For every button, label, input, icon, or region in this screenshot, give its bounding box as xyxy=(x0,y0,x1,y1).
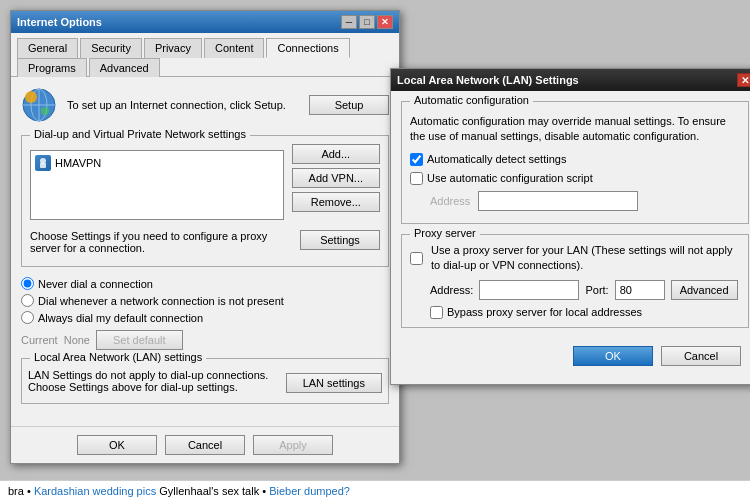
globe-icon xyxy=(21,87,57,123)
apply-button[interactable]: Apply xyxy=(253,435,333,455)
lan-close-button[interactable]: ✕ xyxy=(737,73,750,87)
lan-ok-button[interactable]: OK xyxy=(573,346,653,366)
auto-detect-row: Automatically detect settings xyxy=(410,153,740,166)
setup-row: To set up an Internet connection, click … xyxy=(21,87,389,123)
proxy-port-label: Port: xyxy=(585,284,608,296)
svg-point-4 xyxy=(25,91,37,103)
auto-config-group: Automatic configuration Automatic config… xyxy=(401,101,749,224)
auto-script-checkbox[interactable] xyxy=(410,172,423,185)
lan-text: LAN Settings do not apply to dial-up con… xyxy=(28,369,278,393)
vpn-entry-label: HMAVPN xyxy=(55,157,101,169)
auto-script-row: Use automatic configuration script xyxy=(410,172,740,185)
radio-never-dial-label: Never dial a connection xyxy=(38,278,153,290)
title-bar-controls: ─ □ ✕ xyxy=(341,15,393,29)
remove-button[interactable]: Remove... xyxy=(292,192,380,212)
settings-button[interactable]: Settings xyxy=(300,230,380,250)
lan-footer: OK Cancel xyxy=(401,338,749,374)
vpn-list[interactable]: HMAVPN xyxy=(30,150,284,220)
proxy-checkbox[interactable] xyxy=(410,252,423,265)
radio-never-dial: Never dial a connection xyxy=(21,277,389,290)
setup-text: To set up an Internet connection, click … xyxy=(67,99,299,111)
tab-privacy[interactable]: Privacy xyxy=(144,38,202,58)
radio-whenever-input[interactable] xyxy=(21,294,34,307)
tab-programs[interactable]: Programs xyxy=(17,58,87,77)
auto-detect-checkbox[interactable] xyxy=(410,153,423,166)
bypass-row: Bypass proxy server for local addresses xyxy=(430,306,740,319)
news-prefix: bra • xyxy=(8,485,31,497)
maximize-button[interactable]: □ xyxy=(359,15,375,29)
dialup-list-row: HMAVPN Add... Add VPN... Remove... xyxy=(30,144,380,226)
set-default-button[interactable]: Set default xyxy=(96,330,183,350)
auto-detect-label: Automatically detect settings xyxy=(427,153,566,165)
advanced-proxy-button[interactable]: Advanced xyxy=(671,280,738,300)
auto-script-label: Use automatic configuration script xyxy=(427,172,593,184)
radio-whenever-label: Dial whenever a network connection is no… xyxy=(38,295,284,307)
radio-always-dial: Always dial my default connection xyxy=(21,311,389,324)
svg-rect-7 xyxy=(40,163,46,168)
auto-address-input[interactable] xyxy=(478,191,638,211)
dialup-vpn-group: Dial-up and Virtual Private Network sett… xyxy=(21,135,389,267)
radio-whenever: Dial whenever a network connection is no… xyxy=(21,294,389,307)
current-row: Current None Set default xyxy=(21,330,389,350)
auto-address-row: Address xyxy=(430,191,740,211)
ok-button[interactable]: OK xyxy=(77,435,157,455)
lan-cancel-button[interactable]: Cancel xyxy=(661,346,741,366)
svg-point-5 xyxy=(41,107,49,115)
proxy-address-input[interactable] xyxy=(479,280,579,300)
lan-title-bar: Local Area Network (LAN) Settings ✕ xyxy=(391,69,750,91)
lan-group-label: Local Area Network (LAN) settings xyxy=(30,351,206,363)
add-vpn-button[interactable]: Add VPN... xyxy=(292,168,380,188)
lan-settings-button[interactable]: LAN settings xyxy=(286,373,382,393)
current-value: None xyxy=(64,334,90,346)
tab-security[interactable]: Security xyxy=(80,38,142,58)
proxy-checkbox-row: Use a proxy server for your LAN (These s… xyxy=(410,243,740,274)
current-label: Current xyxy=(21,334,58,346)
lan-settings-dialog: Local Area Network (LAN) Settings ✕ Auto… xyxy=(390,68,750,385)
dialup-vpn-controls: Add... Add VPN... Remove... xyxy=(292,144,380,226)
internet-options-dialog: Internet Options ─ □ ✕ General Security … xyxy=(10,10,400,464)
radio-always-dial-label: Always dial my default connection xyxy=(38,312,203,324)
auto-config-desc: Automatic configuration may override man… xyxy=(410,114,740,145)
news-link-1[interactable]: Kardashian wedding pics xyxy=(34,485,156,497)
proxy-server-group: Proxy server Use a proxy server for your… xyxy=(401,234,749,328)
cancel-button[interactable]: Cancel xyxy=(165,435,245,455)
connections-tab-body: To set up an Internet connection, click … xyxy=(11,77,399,426)
radio-never-dial-input[interactable] xyxy=(21,277,34,290)
internet-options-title-bar: Internet Options ─ □ ✕ xyxy=(11,11,399,33)
internet-options-footer: OK Cancel Apply xyxy=(11,426,399,463)
tab-connections[interactable]: Connections xyxy=(266,38,349,58)
auto-config-title: Automatic configuration xyxy=(410,94,533,106)
internet-options-title: Internet Options xyxy=(17,16,102,28)
bypass-checkbox[interactable] xyxy=(430,306,443,319)
tab-general[interactable]: General xyxy=(17,38,78,58)
proxy-desc: Choose Settings if you need to configure… xyxy=(30,230,292,254)
proxy-port-input[interactable] xyxy=(615,280,665,300)
tabs-container: General Security Privacy Content Connect… xyxy=(11,33,399,77)
dialup-group-label: Dial-up and Virtual Private Network sett… xyxy=(30,128,250,140)
tab-advanced[interactable]: Advanced xyxy=(89,58,160,77)
lan-dialog-body: Automatic configuration Automatic config… xyxy=(391,91,750,384)
lan-settings-group: Local Area Network (LAN) settings LAN Se… xyxy=(21,358,389,404)
news-link-2[interactable]: Bieber dumped? xyxy=(269,485,350,497)
tab-content[interactable]: Content xyxy=(204,38,265,58)
minimize-button[interactable]: ─ xyxy=(341,15,357,29)
bypass-label: Bypass proxy server for local addresses xyxy=(447,306,642,318)
news-separator: Gyllenhaal's sex talk • xyxy=(159,485,266,497)
address-label: Address xyxy=(430,195,470,207)
lan-dialog-title: Local Area Network (LAN) Settings xyxy=(397,74,579,86)
add-button[interactable]: Add... xyxy=(292,144,380,164)
proxy-desc-label: Use a proxy server for your LAN (These s… xyxy=(431,243,740,274)
close-button[interactable]: ✕ xyxy=(377,15,393,29)
lan-row: LAN Settings do not apply to dial-up con… xyxy=(28,369,382,397)
proxy-server-title: Proxy server xyxy=(410,227,480,239)
proxy-address-row: Address: Port: Advanced xyxy=(430,280,740,300)
vpn-item: HMAVPN xyxy=(35,155,101,171)
news-bar: bra • Kardashian wedding pics Gyllenhaal… xyxy=(0,480,750,501)
vpn-icon xyxy=(35,155,51,171)
setup-button[interactable]: Setup xyxy=(309,95,389,115)
radio-always-dial-input[interactable] xyxy=(21,311,34,324)
radio-group: Never dial a connection Dial whenever a … xyxy=(21,277,389,324)
proxy-address-label: Address: xyxy=(430,284,473,296)
